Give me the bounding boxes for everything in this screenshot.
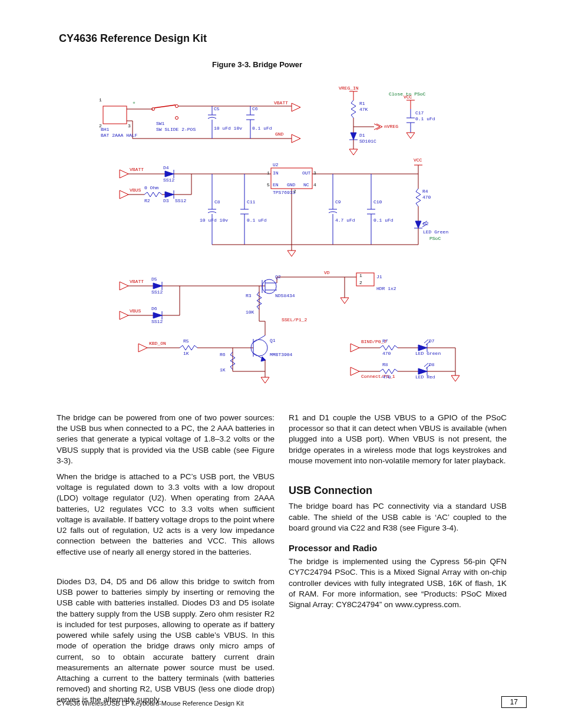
lbl-bh1p: BAT 2AAA HALF xyxy=(101,133,137,138)
lbl-d3r: D3 xyxy=(163,198,169,203)
lbl-d7p: LED Green xyxy=(415,351,441,356)
lbl-r4r: R4 xyxy=(422,189,428,194)
lbl-r7r: R7 xyxy=(382,338,388,344)
lbl-vd: VD xyxy=(324,270,330,275)
lbl-vbatt-in: VBATT xyxy=(130,167,144,172)
j1-pin1: 1 xyxy=(359,273,362,278)
para-2: When the bridge is attached to a PC’s US… xyxy=(57,472,275,558)
usb-para: The bridge board has PC connectivity via… xyxy=(289,502,507,532)
lbl-d4p: SS12 xyxy=(163,177,174,183)
page-number: 17 xyxy=(501,696,527,708)
lbl-gnd: GND xyxy=(275,131,283,137)
lbl-r3r: R3 xyxy=(246,293,252,298)
para-4: R1 and D1 couple the USB VBUS to a GPIO … xyxy=(289,413,507,466)
lbl-r6r: R6 xyxy=(220,352,226,357)
lbl-d6r: D6 xyxy=(151,306,157,311)
svg-line-119 xyxy=(424,340,428,343)
lbl-vbatt: VBATT xyxy=(274,100,288,106)
svg-marker-40 xyxy=(120,190,128,199)
usb-head: USB Connection xyxy=(289,483,507,498)
lbl-c11r: C11 xyxy=(247,199,255,205)
u2-in: IN xyxy=(273,170,279,176)
svg-marker-77 xyxy=(120,282,128,290)
u2-out: OUT xyxy=(302,170,310,176)
svg-marker-79 xyxy=(153,283,162,289)
lbl-d1p: SD101C xyxy=(359,139,376,144)
u2-en: EN xyxy=(273,182,279,187)
lbl-q1p: MMBT3904 xyxy=(270,352,292,357)
lbl-d3p: SS12 xyxy=(175,198,186,203)
lbl-c8r: C8 xyxy=(214,199,220,205)
lbl-nvreg: nVREG xyxy=(384,124,398,129)
lbl-j1p: HDR 1x2 xyxy=(376,286,396,291)
proc-para-c: on www.cypress.com. xyxy=(384,600,461,609)
svg-point-7 xyxy=(176,117,178,120)
footer-text: CY4636 WirelessUSB LP Keyboard-Mouse Ref… xyxy=(57,700,244,707)
svg-marker-34 xyxy=(406,133,415,139)
para-3: Diodes D3, D4, D5 and D6 allow this brid… xyxy=(57,577,275,706)
u2-nc: NC xyxy=(303,182,309,187)
lbl-r7p: 470 xyxy=(382,351,391,356)
lbl-bh1: BH1 xyxy=(101,127,109,132)
lbl-c5p: 10 uFd 10v xyxy=(214,126,242,131)
para-1: The bridge can be powered from one of tw… xyxy=(57,413,275,466)
proc-head: Processor and Radio xyxy=(289,542,507,554)
svg-line-127 xyxy=(424,363,428,367)
lbl-r1r: R1 xyxy=(359,101,365,106)
svg-marker-122 xyxy=(351,367,359,375)
lbl-q1r: Q1 xyxy=(270,338,276,343)
lbl-bh1-pin3: 3 xyxy=(128,123,131,129)
u2-gnd: GND xyxy=(287,182,295,187)
lbl-d5p: SS12 xyxy=(151,289,163,295)
lbl-vregin: VREG_IN xyxy=(339,85,359,91)
svg-marker-131 xyxy=(451,375,459,381)
lbl-c5r: C5 xyxy=(214,106,220,111)
svg-marker-82 xyxy=(120,311,128,319)
lbl-d2p: LED Green xyxy=(423,229,448,235)
svg-marker-27 xyxy=(349,149,358,155)
svg-marker-125 xyxy=(418,368,427,374)
svg-marker-43 xyxy=(165,192,174,197)
plus-sign: + xyxy=(133,100,135,106)
lbl-d1r: D1 xyxy=(359,133,365,138)
lbl-d8p: LED Red xyxy=(415,374,435,380)
svg-line-8 xyxy=(154,105,176,108)
page-title: CY4636 Reference Design Kit xyxy=(59,32,207,45)
lbl-c17p: 0.1 uFd xyxy=(415,116,435,121)
lbl-c6p: 0.1 uFd xyxy=(252,126,272,131)
svg-marker-84 xyxy=(153,312,162,318)
lbl-c8p: 10 uFd 10v xyxy=(200,218,228,223)
lbl-r1p: 47K xyxy=(359,107,368,112)
lbl-kbdon: KBD_ON xyxy=(149,341,166,346)
svg-marker-23 xyxy=(351,133,356,140)
svg-marker-18 xyxy=(292,134,300,143)
lbl-r4p: 470 xyxy=(422,195,431,200)
lbl-vbus2: VBUS xyxy=(130,308,141,314)
note-psoc: PSoC xyxy=(429,236,441,241)
lbl-j1r: J1 xyxy=(376,274,382,279)
u2-gnd-n: 2 xyxy=(293,189,296,194)
lbl-vccout: VCC xyxy=(414,157,422,163)
lbl-d6p: SS12 xyxy=(151,319,163,324)
lbl-vbatt3: VBATT xyxy=(130,279,144,284)
svg-marker-99 xyxy=(138,344,147,352)
lbl-sw1: SW1 xyxy=(156,121,164,126)
svg-marker-112 xyxy=(261,377,269,383)
lbl-d7r: D7 xyxy=(429,338,435,344)
figure-title: Figure 3-3. Bridge Power xyxy=(212,60,302,69)
lbl-vbus-in: VBUS xyxy=(130,187,141,193)
svg-point-93 xyxy=(262,279,276,294)
lbl-sw1p: SW SLIDE 2-POS xyxy=(156,127,196,132)
lbl-r3p: 10K xyxy=(246,309,254,315)
svg-point-6 xyxy=(176,105,178,108)
svg-rect-0 xyxy=(103,106,127,124)
lbl-r6p: 1K xyxy=(220,367,226,373)
lbl-d4r: D4 xyxy=(163,165,169,170)
u2-in-n: 1 xyxy=(267,170,270,176)
lbl-c9r: C9 xyxy=(335,199,341,205)
lbl-c6r: C6 xyxy=(252,106,258,111)
lbl-q2r: Q2 xyxy=(275,274,281,279)
lbl-r2r: R2 xyxy=(144,198,150,203)
lbl-c10r: C10 xyxy=(373,199,382,205)
schematic-svg xyxy=(97,74,480,398)
